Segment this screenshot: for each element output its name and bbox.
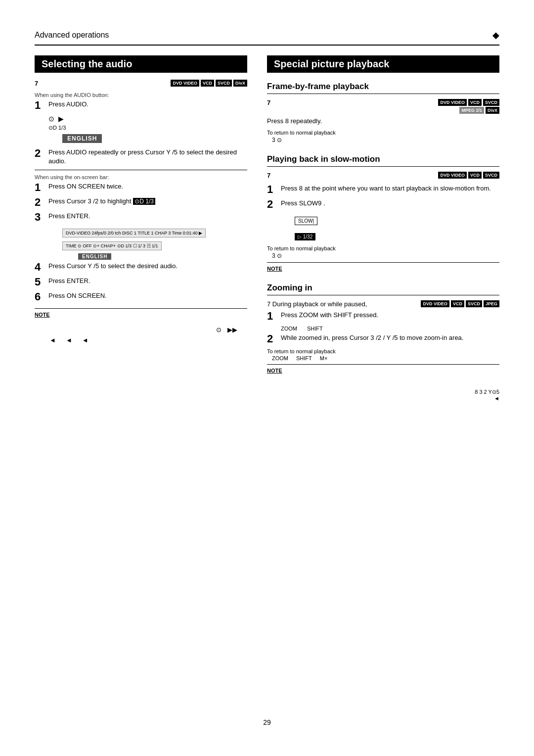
badge-fbf-divx: DivX xyxy=(486,107,499,114)
slow-indicator-box: SLOW| xyxy=(281,214,499,228)
zoom-step-2: 2 While zoomed in, press Cursor 3 /2 / Y… xyxy=(267,333,499,344)
toolbar-row2: TIME ⊙ OFF ⊙+ CHAP+ ⊙D 1/3 ☐ 1/ 3 ☷ 1/1 xyxy=(62,241,162,250)
zoom-return-text: To return to normal playback xyxy=(267,348,499,354)
badge-zoom-jpeg: JPEG xyxy=(484,300,499,307)
fbf-badge-row: DVD VIDEO VCD SVCD MPEG 2/1 DivX xyxy=(438,99,499,114)
badge-zoom-vcd: VCD xyxy=(451,300,464,307)
slow-step-1-content: Press 8 at the point where you want to s… xyxy=(281,184,499,193)
bottom-foreign-note: 8 3 2 Y⊙5 ◄ xyxy=(267,389,499,401)
zoom-step-1-content: Press ZOOM with SHIFT pressed. xyxy=(281,311,499,320)
left-column: Selecting the audio 7 DVD VIDEO VCD SVCD… xyxy=(35,55,247,401)
zoom-step-1: 1 Press ZOOM with SHIFT pressed. xyxy=(267,311,499,322)
badge-vcd: VCD xyxy=(201,80,214,87)
zooming-title: Zooming in xyxy=(267,283,499,295)
slow-step-2: 2 Press SLOW9 . xyxy=(267,199,499,210)
frame-by-frame-title: Frame-by-frame playback xyxy=(267,82,499,94)
slow-step-1: 1 Press 8 at the point where you want to… xyxy=(267,184,499,195)
badge-fbf-vcd: VCD xyxy=(468,99,482,106)
return-shift-label: SHIFT xyxy=(296,355,312,361)
step-2b: 2 Press Cursor 3 /2 to highlight ⊙D 1/3 xyxy=(35,197,247,208)
step-1b-num: 1 xyxy=(35,182,48,193)
slow-step-2-num: 2 xyxy=(267,199,281,210)
badge-slow-svcd: SVCD xyxy=(483,172,499,179)
disc-symbol: ⊙D 1/3 xyxy=(48,125,66,131)
zoom-note-section: NOTE xyxy=(267,364,499,374)
header-arrow: ◆ xyxy=(492,30,499,41)
shift-label: SHIFT xyxy=(307,326,323,331)
audio-track-indicator: ⊙D 1/3 xyxy=(48,125,247,131)
zoom-badge-row: DVD VIDEO VCD SVCD JPEG xyxy=(421,300,499,307)
step-6-num: 6 xyxy=(35,291,48,302)
note-section: NOTE xyxy=(35,308,247,318)
left-arrow-1-icon: ◄ xyxy=(49,336,56,344)
page-number: 29 xyxy=(263,718,271,726)
step-6-content: Press ON SCREEN. xyxy=(48,291,247,300)
fbf-return-note: To return to normal playback xyxy=(267,130,499,136)
zoom-return-row: ZOOM SHIFT M× xyxy=(272,355,499,361)
step-2b-num: 2 xyxy=(35,197,48,208)
zoom-label: ZOOM xyxy=(281,326,297,331)
step-5-content: Press ENTER. xyxy=(48,277,247,285)
toolbar-english: ENGLISH xyxy=(78,253,111,260)
speed-indicator: ▷ 1/32 xyxy=(281,231,499,242)
toolbar-text: DVD-VIDEO 24fps/0 2/0 tch DISC 1 TITLE 1… xyxy=(66,231,202,236)
toolbar-row1: DVD-VIDEO 24fps/0 2/0 tch DISC 1 TITLE 1… xyxy=(62,229,206,237)
note-label: NOTE xyxy=(35,312,50,318)
double-right-arrow-icon: ▶▶ xyxy=(227,326,237,333)
return-zoom-label: ZOOM xyxy=(272,355,288,361)
step-3b: 3 Press ENTER. xyxy=(35,212,247,223)
left-badge-row: DVD VIDEO VCD SVCD DivX xyxy=(171,80,247,87)
zoom-note-label: NOTE xyxy=(267,368,282,374)
left-arrow-2-icon: ◄ xyxy=(66,336,72,344)
slow-return-note: To return to normal playback xyxy=(267,245,499,251)
step-4-num: 4 xyxy=(35,262,48,273)
fbf-step-1-content: Press 8 repeatedly. xyxy=(267,117,499,126)
zoom-step-2-num: 2 xyxy=(267,333,281,344)
badge-dvd-video: DVD VIDEO xyxy=(171,80,199,87)
bottom-arrow: ◄ xyxy=(267,395,499,401)
badge-zoom-dvd: DVD VIDEO xyxy=(421,300,449,307)
zoom-step-2-content: While zoomed in, press Cursor 3 /2 / Y /… xyxy=(281,333,499,342)
slow-label: SLOW| xyxy=(295,217,317,225)
arrows-note: ⊙ ▶▶ xyxy=(35,326,247,333)
zoom-during-desc: During playback or while paused, xyxy=(272,300,367,308)
step-2-content: Press AUDIO repeatedly or press Cursor Y… xyxy=(48,148,247,166)
step-1-content: Press AUDIO. xyxy=(48,100,247,109)
special-picture-title: Special picture playback xyxy=(267,55,499,73)
bottom-foreign-text: 8 3 2 Y⊙5 xyxy=(267,389,499,395)
english-label: ENGLISH xyxy=(62,134,102,143)
slow-note-section: NOTE xyxy=(267,262,499,272)
fbf-section-num: 7 xyxy=(267,99,270,106)
badge-zoom-svcd: SVCD xyxy=(466,300,482,307)
badge-slow-vcd: VCD xyxy=(468,172,482,179)
down-arrow-icon: ⊙ xyxy=(48,115,54,123)
return-mx-label: M× xyxy=(320,355,328,361)
page-header: Advanced operations ◆ xyxy=(35,30,499,46)
header-title: Advanced operations xyxy=(35,31,109,40)
step-1: 1 Press AUDIO. xyxy=(35,100,247,111)
speed-label: ▷ 1/32 xyxy=(295,233,315,240)
badge-fbf-mpeg: MPEG 2/1 xyxy=(459,107,484,114)
step-4: 4 Press Cursor Y /5 to select the desire… xyxy=(35,262,247,273)
step-4-content: Press Cursor Y /5 to select the desired … xyxy=(48,262,247,271)
badge-slow-dvd: DVD VIDEO xyxy=(438,172,467,179)
step-6: 6 Press ON SCREEN. xyxy=(35,291,247,302)
toolbar-screenshot: DVD-VIDEO 24fps/0 2/0 tch DISC 1 TITLE 1… xyxy=(48,227,247,260)
slow-return-step: 3 ⊙ xyxy=(272,252,499,259)
badge-fbf-dvd: DVD VIDEO xyxy=(438,99,467,106)
fbf-return-step: 3 ⊙ xyxy=(272,137,499,143)
left-arrow-3-icon: ◄ xyxy=(82,336,89,344)
circle-arrow-icon: ⊙ xyxy=(216,326,222,333)
slow-note-label: NOTE xyxy=(267,266,282,272)
step-1b: 1 Press ON SCREEN twice. xyxy=(35,182,247,193)
step-2-num: 2 xyxy=(35,148,48,159)
zoom-num: 7 xyxy=(267,300,270,308)
slow-step-2-content: Press SLOW9 . xyxy=(281,199,499,208)
on-screen-label: When using the on-screen bar: xyxy=(35,174,247,180)
badge-fbf-svcd: SVCD xyxy=(483,99,499,106)
right-arrow-icon: ▶ xyxy=(58,115,64,123)
step-1-num: 1 xyxy=(35,100,48,111)
step-5-num: 5 xyxy=(35,277,48,287)
step-2b-content: Press Cursor 3 /2 to highlight ⊙D 1/3 xyxy=(48,197,247,206)
badge-svcd: SVCD xyxy=(216,80,232,87)
